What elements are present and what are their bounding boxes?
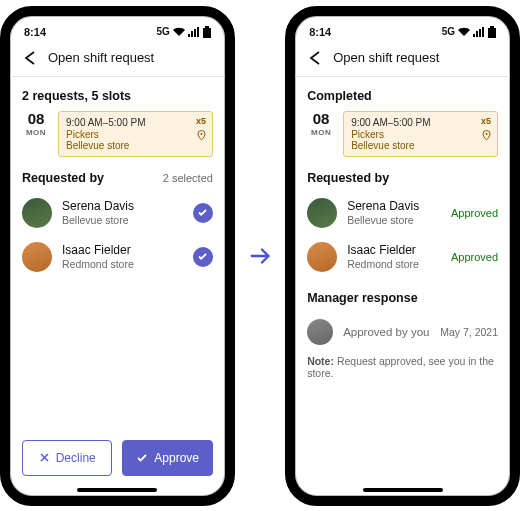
requester-store: Bellevue store bbox=[62, 214, 183, 227]
status-icons: 5G bbox=[157, 26, 211, 38]
requester-name: Isaac Fielder bbox=[62, 243, 183, 257]
manager-response-text: Approved by you bbox=[343, 326, 430, 338]
selected-check[interactable] bbox=[193, 247, 213, 267]
approve-button[interactable]: Approve bbox=[122, 440, 212, 476]
requester-row[interactable]: Serena Davis Bellevue store Approved bbox=[307, 191, 498, 235]
requester-name: Serena Davis bbox=[347, 199, 441, 213]
back-icon[interactable] bbox=[22, 50, 38, 66]
status-badge: Approved bbox=[451, 251, 498, 263]
decline-label: Decline bbox=[56, 451, 96, 465]
shift-row: 08 MON 9:00 AM–5:00 PM Pickers Bellevue … bbox=[307, 111, 498, 157]
location-icon bbox=[482, 130, 491, 141]
shift-role: Pickers bbox=[66, 129, 205, 140]
close-icon bbox=[39, 452, 50, 463]
note-text: Request approved, see you in the store. bbox=[307, 355, 494, 379]
manager-response-label: Manager response bbox=[307, 279, 498, 313]
shift-time: 9:00 AM–5:00 PM bbox=[66, 117, 205, 128]
requester-info: Isaac Fielder Redmond store bbox=[347, 243, 441, 271]
network-label: 5G bbox=[442, 26, 455, 37]
date-weekday: MON bbox=[22, 128, 50, 137]
battery-icon bbox=[203, 26, 211, 38]
battery-icon bbox=[488, 26, 496, 38]
requester-row[interactable]: Isaac Fielder Redmond store bbox=[22, 235, 213, 279]
shift-role: Pickers bbox=[351, 129, 490, 140]
date-weekday: MON bbox=[307, 128, 335, 137]
status-bar: 8:14 5G bbox=[10, 16, 225, 42]
page-title: Open shift request bbox=[333, 50, 439, 65]
requester-store: Redmond store bbox=[347, 258, 441, 271]
decline-button[interactable]: Decline bbox=[22, 440, 112, 476]
check-icon bbox=[197, 251, 208, 262]
status-icons: 5G bbox=[442, 26, 496, 38]
selected-check[interactable] bbox=[193, 203, 213, 223]
avatar bbox=[307, 319, 333, 345]
date-column: 08 MON bbox=[307, 111, 335, 157]
page-title: Open shift request bbox=[48, 50, 154, 65]
shift-slots: x5 bbox=[481, 116, 491, 126]
avatar bbox=[22, 198, 52, 228]
avatar bbox=[307, 242, 337, 272]
requester-info: Isaac Fielder Redmond store bbox=[62, 243, 183, 271]
location-icon bbox=[197, 130, 206, 141]
shift-time: 9:00 AM–5:00 PM bbox=[351, 117, 490, 128]
status-badge: Approved bbox=[451, 207, 498, 219]
wifi-icon bbox=[458, 27, 470, 37]
requester-row[interactable]: Isaac Fielder Redmond store Approved bbox=[307, 235, 498, 279]
content-right: Completed 08 MON 9:00 AM–5:00 PM Pickers… bbox=[295, 77, 510, 496]
svg-point-5 bbox=[486, 133, 488, 135]
requester-row[interactable]: Serena Davis Bellevue store bbox=[22, 191, 213, 235]
content-left: 2 requests, 5 slots 08 MON 9:00 AM–5:00 … bbox=[10, 77, 225, 430]
approve-label: Approve bbox=[154, 451, 199, 465]
requested-by-label: Requested by bbox=[307, 171, 389, 185]
requester-store: Bellevue store bbox=[347, 214, 441, 227]
check-icon bbox=[197, 207, 208, 218]
avatar bbox=[307, 198, 337, 228]
manager-note: Note: Request approved, see you in the s… bbox=[307, 351, 498, 383]
date-day: 08 bbox=[307, 111, 335, 126]
svg-point-2 bbox=[200, 133, 202, 135]
summary-text: Completed bbox=[307, 77, 498, 111]
shift-card[interactable]: 9:00 AM–5:00 PM Pickers Bellevue store x… bbox=[343, 111, 498, 157]
status-bar: 8:14 5G bbox=[295, 16, 510, 42]
date-column: 08 MON bbox=[22, 111, 50, 157]
signal-icon bbox=[188, 27, 200, 37]
manager-response-row: Approved by you May 7, 2021 bbox=[307, 313, 498, 351]
home-indicator bbox=[363, 488, 443, 492]
summary-text: 2 requests, 5 slots bbox=[22, 77, 213, 111]
app-header: Open shift request bbox=[10, 42, 225, 77]
back-icon[interactable] bbox=[307, 50, 323, 66]
requested-by-label: Requested by bbox=[22, 171, 104, 185]
shift-store: Bellevue store bbox=[66, 140, 205, 151]
note-label: Note: bbox=[307, 355, 334, 367]
check-icon bbox=[136, 452, 148, 464]
shift-row: 08 MON 9:00 AM–5:00 PM Pickers Bellevue … bbox=[22, 111, 213, 157]
action-footer: Decline Approve bbox=[10, 430, 225, 496]
requester-store: Redmond store bbox=[62, 258, 183, 271]
requester-info: Serena Davis Bellevue store bbox=[347, 199, 441, 227]
wifi-icon bbox=[173, 27, 185, 37]
requested-by-header: Requested by 2 selected bbox=[22, 157, 213, 191]
svg-rect-4 bbox=[488, 28, 496, 38]
requester-name: Serena Davis bbox=[62, 199, 183, 213]
requester-info: Serena Davis Bellevue store bbox=[62, 199, 183, 227]
date-day: 08 bbox=[22, 111, 50, 126]
avatar bbox=[22, 242, 52, 272]
app-header: Open shift request bbox=[295, 42, 510, 77]
status-time: 8:14 bbox=[309, 26, 331, 38]
manager-response-date: May 7, 2021 bbox=[440, 326, 498, 338]
home-indicator bbox=[77, 488, 157, 492]
network-label: 5G bbox=[157, 26, 170, 37]
shift-slots: x5 bbox=[196, 116, 206, 126]
shift-store: Bellevue store bbox=[351, 140, 490, 151]
svg-rect-3 bbox=[490, 26, 494, 28]
requester-name: Isaac Fielder bbox=[347, 243, 441, 257]
signal-icon bbox=[473, 27, 485, 37]
shift-card[interactable]: 9:00 AM–5:00 PM Pickers Bellevue store x… bbox=[58, 111, 213, 157]
selected-count: 2 selected bbox=[163, 172, 213, 184]
phone-right: 8:14 5G Open shift request Completed 08 … bbox=[285, 6, 520, 506]
svg-rect-0 bbox=[205, 26, 209, 28]
svg-rect-1 bbox=[203, 28, 211, 38]
status-time: 8:14 bbox=[24, 26, 46, 38]
arrow-right-icon bbox=[249, 244, 271, 268]
requested-by-header: Requested by bbox=[307, 157, 498, 191]
